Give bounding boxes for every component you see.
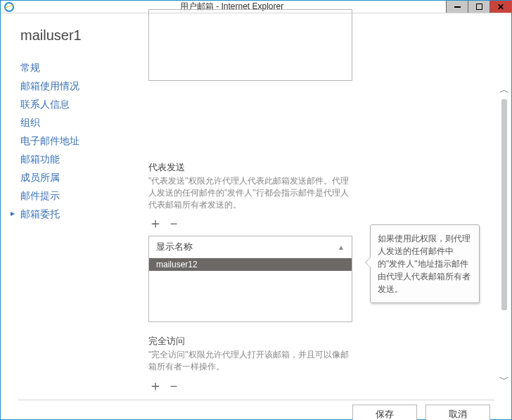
full-access-controls: ＋ － (148, 378, 354, 393)
client-area: mailuser1 常规 邮箱使用情况 联系人信息 组织 电子邮件地址 邮箱功能… (1, 13, 511, 420)
full-access-remove-button[interactable]: － (167, 378, 181, 393)
close-icon: ✕ (497, 3, 504, 11)
sidebar: mailuser1 常规 邮箱使用情况 联系人信息 组织 电子邮件地址 邮箱功能… (1, 13, 141, 400)
save-button[interactable]: 保存 (352, 405, 417, 420)
close-button[interactable]: ✕ (489, 1, 511, 13)
send-on-behalf-section: 代表发送 "代表发送"权限允许代理人代表此邮箱发送邮件。代理人发送的任何邮件的"… (148, 161, 354, 322)
nav-org[interactable]: 组织 (20, 114, 141, 132)
nav-usage[interactable]: 邮箱使用情况 (20, 77, 141, 96)
send-on-behalf-controls: ＋ － (148, 216, 354, 230)
footer: 保存 取消 (1, 400, 511, 420)
full-access-add-button[interactable]: ＋ (148, 378, 162, 393)
full-access-desc: "完全访问"权限允许代理人打开该邮箱，并且可以像邮箱所有者一样操作。 (148, 349, 354, 373)
list-header-displayname[interactable]: 显示名称 ▲ (149, 236, 352, 258)
nav-contact[interactable]: 联系人信息 (20, 96, 141, 114)
scroll-up-icon[interactable]: ︿ (499, 84, 509, 96)
nav-general[interactable]: 常规 (20, 59, 141, 77)
list-item-selected[interactable]: mailuser12 (149, 258, 352, 271)
maximize-icon (476, 4, 482, 10)
nav-delegation[interactable]: 邮箱委托 (20, 205, 141, 224)
nav-email[interactable]: 电子邮件地址 (20, 132, 141, 151)
maximize-button[interactable] (468, 1, 489, 13)
app-window: 用户邮箱 - Internet Explorer ✕ mailuser1 常规 … (0, 0, 512, 420)
send-on-behalf-desc: "代表发送"权限允许代理人代表此邮箱发送邮件。代理人发送的任何邮件的"发件人"行… (148, 175, 354, 210)
ie-icon (4, 2, 14, 12)
nav-memberof[interactable]: 成员所属 (20, 169, 141, 187)
full-access-section: 完全访问 "完全访问"权限允许代理人打开该邮箱，并且可以像邮箱所有者一样操作。 … (148, 335, 354, 393)
window-controls: ✕ (446, 1, 511, 13)
scrollbar[interactable]: ︿ ﹀ (499, 84, 510, 386)
main-area: mailuser1 常规 邮箱使用情况 联系人信息 组织 电子邮件地址 邮箱功能… (1, 13, 511, 400)
nav-mailtips[interactable]: 邮件提示 (20, 187, 141, 205)
upper-list-box[interactable] (148, 9, 352, 81)
help-tooltip: 如果使用此权限，则代理人发送的任何邮件中的"发件人"地址指示邮件由代理人代表邮箱… (370, 224, 480, 303)
list-header-label: 显示名称 (156, 241, 193, 253)
nav-features[interactable]: 邮箱功能 (20, 151, 141, 169)
send-on-behalf-list: 显示名称 ▲ mailuser12 (148, 236, 352, 322)
minimize-icon (454, 6, 461, 8)
app-icon-slot (1, 1, 18, 13)
remove-button[interactable]: － (167, 216, 181, 230)
scroll-thumb[interactable] (501, 99, 507, 310)
full-access-title: 完全访问 (148, 335, 354, 348)
minimize-button[interactable] (446, 1, 468, 13)
send-on-behalf-title: 代表发送 (148, 161, 354, 174)
add-button[interactable]: ＋ (148, 216, 162, 230)
list-body[interactable]: mailuser12 (149, 258, 352, 322)
cancel-button[interactable]: 取消 (425, 405, 490, 420)
content-pane: 代表发送 "代表发送"权限允许代理人代表此邮箱发送邮件。代理人发送的任何邮件的"… (141, 13, 511, 400)
scroll-down-icon[interactable]: ﹀ (499, 374, 509, 386)
mailbox-name: mailuser1 (20, 27, 141, 44)
sort-asc-icon: ▲ (338, 243, 345, 251)
